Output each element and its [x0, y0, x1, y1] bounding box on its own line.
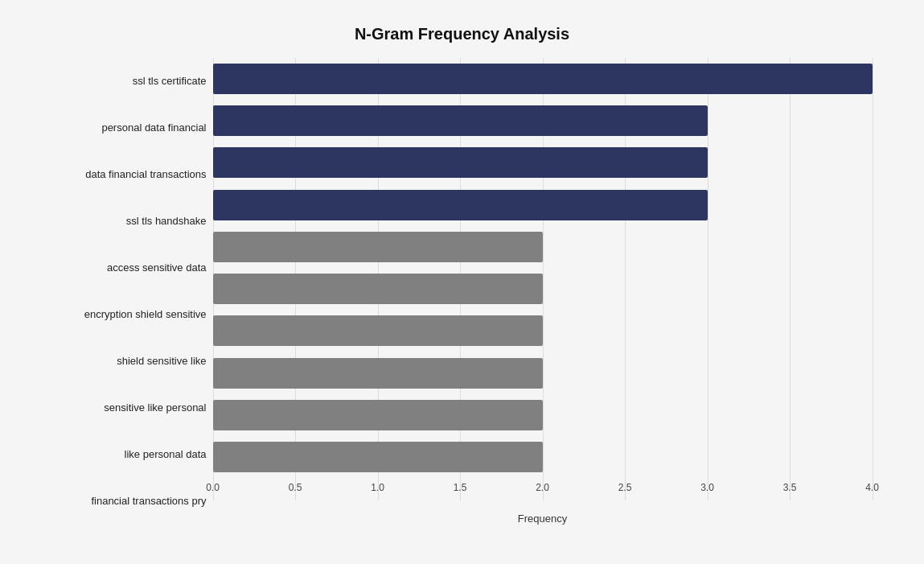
- bar-row: [213, 58, 873, 100]
- y-label: ssl tls certificate: [52, 58, 207, 105]
- x-axis-label: Frequency: [213, 513, 873, 525]
- chart-title: N-Gram Frequency Analysis: [52, 25, 873, 43]
- x-tick: 0.0: [206, 482, 220, 493]
- bar: [213, 190, 708, 220]
- bars-wrapper: [213, 58, 873, 479]
- x-tick: 2.0: [536, 482, 549, 493]
- y-label: personal data financial: [52, 105, 207, 151]
- bar: [213, 274, 543, 304]
- y-label: sensitive like personal: [52, 385, 207, 431]
- grid-line: [873, 58, 873, 500]
- x-tick: 0.5: [289, 482, 302, 493]
- x-tick: 3.5: [783, 482, 797, 493]
- y-label: data financial transactions: [52, 151, 207, 198]
- chart-area: ssl tls certificatepersonal data financi…: [52, 58, 873, 525]
- x-tick: 1.0: [371, 482, 384, 493]
- bar-row: [213, 268, 873, 310]
- bar-row: [213, 100, 873, 142]
- bar-row: [213, 394, 873, 436]
- bars-and-grid: 0.00.51.01.52.02.53.03.54.0 Frequency: [213, 58, 873, 525]
- bar: [213, 105, 708, 136]
- y-label: access sensitive data: [52, 245, 207, 291]
- x-tick: 2.5: [618, 482, 632, 493]
- y-labels: ssl tls certificatepersonal data financi…: [52, 58, 213, 525]
- bar: [213, 358, 543, 389]
- bar-row: [213, 436, 873, 478]
- bar: [213, 232, 543, 262]
- bar: [213, 400, 543, 430]
- x-tick: 4.0: [865, 482, 879, 493]
- y-label: shield sensitive like: [52, 338, 207, 385]
- x-axis: 0.00.51.01.52.02.53.03.54.0: [213, 479, 873, 498]
- chart-container: N-Gram Frequency Analysis ssl tls certif…: [20, 9, 905, 556]
- y-label: encryption shield sensitive: [52, 291, 207, 338]
- bar-row: [213, 310, 873, 352]
- bar: [213, 64, 873, 94]
- bar-row: [213, 183, 873, 225]
- x-tick: 1.5: [454, 482, 467, 493]
- bar-row: [213, 352, 873, 394]
- y-label: financial transactions pry: [52, 478, 207, 525]
- bar-row: [213, 226, 873, 268]
- bar-row: [213, 142, 873, 183]
- bar: [213, 147, 708, 178]
- y-label: ssl tls handshake: [52, 198, 207, 245]
- y-label: like personal data: [52, 431, 207, 478]
- x-tick: 3.0: [700, 482, 714, 493]
- bar: [213, 315, 543, 346]
- bar: [213, 442, 543, 472]
